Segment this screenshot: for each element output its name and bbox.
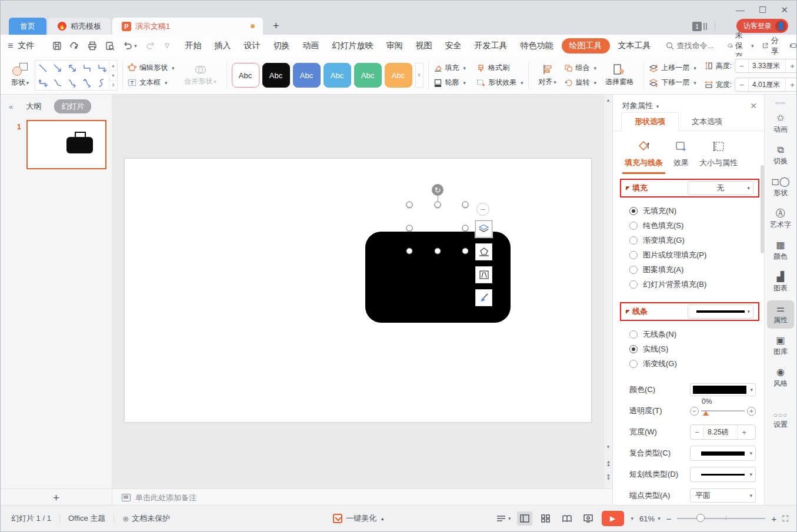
- transparency-decrease-icon[interactable]: −: [690, 407, 699, 416]
- notes-toggle-button[interactable]: ▾: [496, 515, 511, 522]
- shape-style-preset[interactable]: Abc: [324, 63, 351, 88]
- selection-handle-top-mid[interactable]: [435, 202, 441, 208]
- selection-handle-top-left[interactable]: [406, 202, 413, 208]
- sidebar-item-transition[interactable]: ⧉ 切换: [767, 142, 794, 170]
- cap-type-dropdown[interactable]: 平面 ▾: [690, 488, 756, 503]
- sidebar-item-animation[interactable]: ✩ 动画: [767, 110, 794, 138]
- sidebar-item-shapes[interactable]: ◻◯ 形状: [767, 173, 794, 202]
- next-slide-icon[interactable]: ▼▼: [604, 474, 612, 480]
- frame-quick-button[interactable]: [475, 266, 492, 283]
- fit-to-window-icon[interactable]: ⛶: [782, 514, 788, 524]
- menu-item[interactable]: 插入: [208, 38, 238, 53]
- slide-editing-area[interactable]: [124, 158, 592, 423]
- add-slide-button[interactable]: +: [1, 488, 112, 506]
- gallery-more-icon[interactable]: ⊻: [109, 81, 117, 90]
- slide-thumbnail-1[interactable]: [26, 120, 106, 169]
- group-button[interactable]: 组合▾: [564, 63, 597, 73]
- line-section-title[interactable]: 线条: [632, 306, 648, 317]
- new-tab-button[interactable]: +: [265, 18, 288, 35]
- radio-solid-fill[interactable]: 纯色填充(S): [629, 218, 765, 233]
- collapse-panel-icon[interactable]: «: [9, 102, 13, 111]
- slideshow-view-button[interactable]: [581, 511, 596, 526]
- tab-text-options[interactable]: 文本选项: [679, 113, 735, 131]
- elbow-connector-icon[interactable]: [79, 61, 94, 75]
- scroll-down-icon[interactable]: ▼: [604, 444, 612, 450]
- radio-gradient-fill[interactable]: 渐变填充(G): [629, 233, 765, 247]
- radio-picture-texture-fill[interactable]: 图片或纹理填充(P): [629, 247, 765, 262]
- selection-handle-top-right[interactable]: [462, 202, 469, 208]
- height-increase-button[interactable]: +: [786, 62, 797, 71]
- tab-shape-options[interactable]: 形状选项: [621, 112, 679, 131]
- export-icon[interactable]: [70, 41, 79, 51]
- rotation-handle[interactable]: ↻: [432, 184, 443, 196]
- line-style-dropdown[interactable]: ▾: [688, 305, 753, 319]
- previous-slide-icon[interactable]: ▲▲: [604, 460, 612, 466]
- selection-handle-mid-right[interactable]: [462, 225, 469, 232]
- play-options-icon[interactable]: ▾: [631, 516, 634, 521]
- bring-forward-button[interactable]: 上移一层▾: [649, 63, 696, 73]
- insert-shape-button[interactable]: 形状▾: [5, 63, 35, 88]
- comment-button[interactable]: 批注: [790, 35, 797, 56]
- height-value[interactable]: 3.33厘米: [748, 59, 786, 72]
- style-gallery-more-icon[interactable]: ⊻: [415, 63, 423, 88]
- slide-canvas[interactable]: ↻ −: [112, 95, 603, 488]
- elbow-arrow-connector-icon[interactable]: [94, 61, 109, 75]
- line-width-decrease-button[interactable]: −: [691, 428, 703, 437]
- zoom-out-icon[interactable]: −: [666, 514, 672, 524]
- play-slideshow-button[interactable]: ▶: [602, 511, 624, 526]
- sidebar-drag-handle[interactable]: ══: [765, 95, 796, 106]
- close-icon[interactable]: ✕: [781, 5, 788, 14]
- radio-slide-background-fill[interactable]: 幻灯片背景填充(B): [629, 277, 765, 292]
- edit-shape-button[interactable]: 编辑形状▾: [128, 63, 175, 73]
- undo-icon[interactable]: ▾: [123, 41, 137, 50]
- slide-sorter-view-button[interactable]: [538, 511, 553, 526]
- width-increase-button[interactable]: +: [786, 81, 797, 89]
- selection-handle-bottom-right[interactable]: [462, 248, 469, 255]
- minimize-icon[interactable]: —: [736, 5, 745, 14]
- command-search[interactable]: [666, 41, 728, 50]
- sidebar-item-style[interactable]: ◉ 风格: [767, 364, 794, 392]
- shape-style-preset[interactable]: Abc: [385, 63, 412, 88]
- zoom-slider[interactable]: [677, 518, 765, 519]
- sidebar-item-color[interactable]: ▦ 颜色: [767, 237, 794, 265]
- tab-presentation1[interactable]: P 演示文稿1: [112, 18, 263, 35]
- subtab-fill-line[interactable]: 填充与线条: [621, 138, 666, 174]
- menu-file[interactable]: 文件: [16, 38, 41, 53]
- print-preview-icon[interactable]: [105, 41, 115, 51]
- radio-pattern-fill[interactable]: 图案填充(A): [629, 262, 765, 277]
- theme-name[interactable]: Office 主题: [68, 513, 105, 524]
- collapse-quick-toolbar-icon[interactable]: −: [476, 203, 489, 216]
- shape-style-preset[interactable]: Abc: [232, 63, 259, 88]
- gallery-scroll-up-icon[interactable]: ▲: [109, 61, 117, 71]
- maximize-icon[interactable]: ☐: [759, 5, 766, 14]
- radio-no-line[interactable]: 无线条(N): [629, 327, 765, 342]
- freeform-curve-icon[interactable]: [94, 75, 109, 90]
- normal-view-button[interactable]: [517, 511, 532, 526]
- fill-button[interactable]: 填充▾: [433, 63, 466, 73]
- zoom-in-icon[interactable]: +: [771, 514, 776, 524]
- rotate-button[interactable]: 旋转▾: [564, 78, 597, 88]
- line-width-increase-button[interactable]: +: [738, 428, 751, 437]
- width-value[interactable]: 4.01厘米: [748, 78, 786, 91]
- fill-type-dropdown[interactable]: 无 ▾: [688, 181, 753, 195]
- shape-style-preset[interactable]: Abc: [293, 63, 321, 88]
- qat-more-icon[interactable]: ▽: [165, 42, 169, 49]
- menu-item[interactable]: 开发工具: [468, 38, 514, 53]
- menu-item[interactable]: 切换: [267, 38, 296, 53]
- curve-connector-icon[interactable]: [50, 75, 65, 90]
- window-count-badge[interactable]: 1: [692, 22, 707, 31]
- dash-type-dropdown[interactable]: ▾: [690, 467, 756, 482]
- command-search-input[interactable]: [677, 41, 728, 50]
- style-brush-quick-button[interactable]: [475, 289, 492, 306]
- shape-effects-button[interactable]: 形状效果▾: [476, 78, 523, 88]
- zoom-level[interactable]: 61% ▾: [639, 514, 661, 523]
- width-decrease-button[interactable]: −: [735, 81, 748, 89]
- height-decrease-button[interactable]: −: [735, 62, 748, 71]
- menu-item[interactable]: 文本工具: [612, 38, 658, 53]
- sidebar-item-gallery[interactable]: ▣ 图库: [767, 332, 794, 360]
- panel-close-icon[interactable]: ✕: [750, 101, 757, 111]
- canvas-vertical-scrollbar[interactable]: ▲ ▼ ▲▲ ▼▼: [603, 95, 612, 488]
- sidebar-item-wordart[interactable]: Ⓐ 艺术字: [767, 205, 794, 233]
- share-button[interactable]: 分享: [762, 35, 781, 56]
- align-button[interactable]: 对齐▾: [533, 63, 562, 87]
